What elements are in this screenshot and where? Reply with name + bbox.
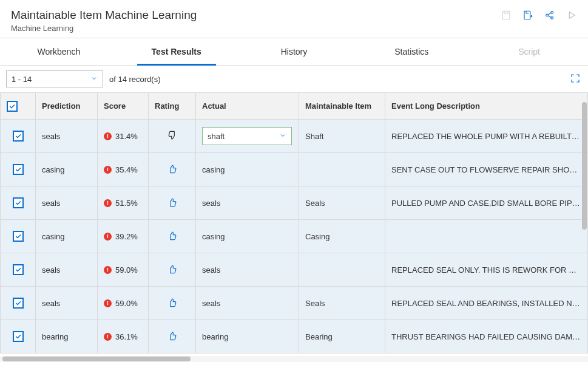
thumbs-up-icon[interactable]	[167, 231, 177, 241]
cell-score: !59.0%	[98, 287, 149, 320]
actual-dropdown[interactable]: shaft	[202, 127, 292, 145]
alert-icon: !	[104, 233, 112, 241]
horizontal-scrollbar[interactable]	[0, 356, 588, 362]
range-selector[interactable]: 1 - 14	[6, 70, 103, 87]
cell-score: !31.4%	[98, 120, 149, 153]
cell-prediction: casing	[36, 153, 98, 186]
cell-rating	[149, 320, 196, 353]
cell-prediction: seals	[36, 120, 98, 153]
share-icon[interactable]	[544, 10, 555, 21]
cell-description: REPLACED SEAL ONLY. THIS IS REWORK FOR W…	[385, 253, 588, 287]
cell-maintainable	[299, 153, 385, 186]
thumbs-up-icon[interactable]	[167, 264, 177, 274]
vertical-scrollbar-thumb[interactable]	[582, 102, 587, 230]
row-checkbox[interactable]	[13, 331, 24, 342]
cell-prediction: bearing	[36, 320, 98, 353]
tab-bar: WorkbenchTest ResultsHistoryStatisticsSc…	[0, 38, 588, 66]
thumbs-up-icon[interactable]	[167, 197, 177, 207]
score-value: 59.0%	[115, 299, 138, 308]
records-count-label: of 14 record(s)	[109, 75, 161, 84]
cell-score: !51.5%	[98, 186, 149, 220]
page-header: Maintainable Item Machine Learning Machi…	[0, 0, 588, 38]
column-header-description[interactable]: Event Long Description	[385, 93, 588, 120]
column-header-score[interactable]: Score	[98, 93, 149, 120]
column-header-maintainable[interactable]: Maintainable Item	[299, 93, 385, 120]
results-table: Prediction Score Rating Actual Maintaina…	[0, 92, 588, 353]
cell-description: PULLED PUMP AND CASE,DID SMALL BORE PIPI…	[385, 186, 588, 220]
tab-workbench[interactable]: Workbench	[0, 38, 118, 65]
table-row: seals!31.4%shaftShaftREPLACED THE WHOLE …	[1, 120, 588, 153]
tab-statistics[interactable]: Statistics	[353, 38, 470, 65]
alert-icon: !	[104, 299, 112, 307]
thumbs-up-icon[interactable]	[167, 298, 177, 307]
horizontal-scrollbar-thumb[interactable]	[2, 357, 191, 361]
thumbs-down-icon[interactable]	[167, 131, 177, 140]
alert-icon: !	[104, 199, 112, 207]
cell-rating	[149, 153, 196, 186]
vertical-scrollbar[interactable]	[582, 102, 587, 351]
chevron-down-icon	[90, 75, 98, 84]
cell-actual: casing	[196, 220, 299, 253]
cell-score: !35.4%	[98, 153, 149, 186]
cell-maintainable: Bearing	[299, 320, 385, 353]
column-header-actual[interactable]: Actual	[196, 93, 299, 120]
tab-test-results[interactable]: Test Results	[118, 38, 235, 65]
select-all-checkbox[interactable]	[7, 101, 18, 112]
thumbs-up-icon[interactable]	[167, 331, 177, 341]
cell-actual: bearing	[196, 320, 299, 353]
score-value: 36.1%	[115, 332, 138, 341]
cell-maintainable: Shaft	[299, 120, 385, 153]
alert-icon: !	[104, 132, 112, 140]
cell-rating	[149, 287, 196, 320]
cell-description: THRUST BEARINGS HAD FAILED CAUSING DAMAG…	[385, 320, 588, 353]
cell-score: !36.1%	[98, 320, 149, 353]
column-header-prediction[interactable]: Prediction	[36, 93, 98, 120]
svg-rect-1	[524, 11, 530, 19]
score-value: 51.5%	[115, 199, 138, 208]
cell-score: !59.0%	[98, 253, 149, 287]
cell-description: REPLACED THE WHOLE PUMP WITH A REBUILT U…	[385, 120, 588, 153]
save-icon[interactable]	[501, 10, 512, 21]
fullscreen-icon[interactable]	[570, 73, 582, 85]
row-checkbox[interactable]	[13, 164, 24, 175]
cell-description: SENT CASE OUT TO FLOWSERVE REPAIR SHOP T…	[385, 153, 588, 186]
cell-description: REPLACED SEAL AND BEARINGS, INSTALLED NE…	[385, 287, 588, 320]
chevron-down-icon	[279, 132, 286, 141]
column-header-rating[interactable]: Rating	[149, 93, 196, 120]
thumbs-up-icon[interactable]	[167, 164, 177, 174]
alert-icon: !	[104, 166, 112, 174]
row-checkbox[interactable]	[13, 131, 24, 142]
cell-actual: seals	[196, 186, 299, 220]
cell-prediction: seals	[36, 186, 98, 220]
play-icon[interactable]	[566, 10, 577, 21]
table-row: seals!51.5%sealsSealsPULLED PUMP AND CAS…	[1, 186, 588, 220]
svg-rect-0	[502, 11, 510, 19]
table-row: casing!39.2%casingCasing	[1, 220, 588, 253]
cell-maintainable: Seals	[299, 287, 385, 320]
row-checkbox[interactable]	[13, 264, 24, 275]
cell-prediction: seals	[36, 253, 98, 287]
header-actions	[501, 9, 577, 21]
range-value: 1 - 14	[12, 75, 32, 84]
page-subtitle: Machine Learning	[11, 24, 197, 33]
row-checkbox[interactable]	[13, 197, 24, 208]
export-icon[interactable]	[522, 10, 533, 21]
cell-actual: seals	[196, 287, 299, 320]
score-value: 59.0%	[115, 265, 138, 275]
tab-history[interactable]: History	[235, 38, 353, 65]
cell-rating	[149, 186, 196, 220]
results-table-wrapper: Prediction Score Rating Actual Maintaina…	[0, 92, 588, 353]
table-row: casing!35.4%casingSENT CASE OUT TO FLOWS…	[1, 153, 588, 186]
score-value: 35.4%	[115, 165, 138, 174]
cell-maintainable: Seals	[299, 186, 385, 220]
column-header-select[interactable]	[1, 93, 36, 120]
cell-prediction: casing	[36, 220, 98, 253]
cell-maintainable: Casing	[299, 220, 385, 253]
alert-icon: !	[104, 333, 112, 341]
cell-prediction: seals	[36, 287, 98, 320]
row-checkbox[interactable]	[13, 231, 24, 242]
cell-maintainable	[299, 253, 385, 287]
row-checkbox[interactable]	[13, 298, 24, 309]
score-value: 39.2%	[115, 232, 138, 241]
cell-actual: casing	[196, 153, 299, 186]
